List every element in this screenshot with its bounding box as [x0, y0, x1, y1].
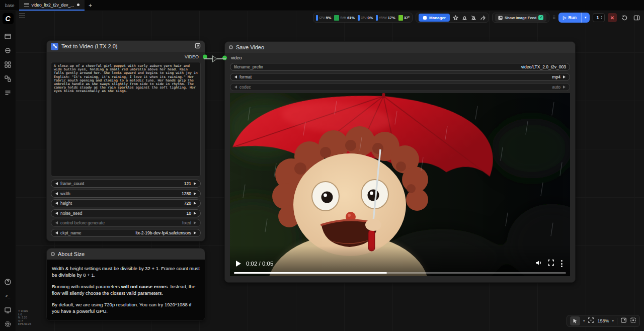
tab-active-label: video_ltx2_t2v_dev_... — [31, 3, 74, 8]
increment-icon[interactable] — [194, 231, 198, 234]
collapse-dot-icon[interactable] — [51, 252, 55, 256]
tab-base[interactable]: base — [0, 0, 19, 11]
history-button[interactable] — [620, 13, 629, 22]
collapse-dot-icon[interactable] — [229, 45, 233, 49]
widget-filename-prefix[interactable]: filename_prefix video/LTX_2.0_t2v_003 — [230, 63, 570, 71]
increment-icon[interactable] — [563, 86, 567, 89]
stepper-down-icon[interactable]: ▼ — [601, 18, 603, 20]
zoom-level[interactable]: 158% — [597, 318, 609, 323]
chevron-down-icon: ▾ — [585, 16, 587, 20]
new-workflow-button[interactable]: + — [85, 0, 96, 11]
widget-format[interactable]: format mp4 — [230, 73, 570, 81]
fullscreen-button[interactable] — [547, 259, 554, 268]
toolbar-grip-icon[interactable]: ⠿ — [552, 15, 555, 20]
run-button[interactable]: ▷ Run — [558, 15, 581, 20]
node-save-video-header[interactable]: Save Video — [225, 42, 575, 53]
widget-codec[interactable]: codec auto — [230, 83, 570, 91]
logs-icon — [4, 306, 12, 314]
tab-menu-icon[interactable] — [24, 3, 29, 7]
show-image-feed-button[interactable]: Show Image Feed ✓ — [495, 14, 546, 22]
increment-icon[interactable] — [194, 212, 198, 215]
decrement-icon[interactable] — [54, 182, 58, 185]
increment-icon[interactable] — [194, 192, 198, 195]
workflow-gallery-button[interactable] — [453, 15, 459, 21]
decrement-icon[interactable] — [233, 86, 237, 89]
decrement-icon[interactable] — [54, 202, 58, 205]
batch-count-input[interactable]: 1 ▲ ▼ — [593, 13, 605, 22]
clear-queue-button[interactable]: ✕ — [608, 13, 617, 22]
increment-icon[interactable] — [563, 75, 567, 78]
minimap-button[interactable] — [620, 316, 627, 325]
focus-mode-button[interactable] — [630, 316, 636, 325]
perf-line: N: 2.20 — [18, 316, 31, 319]
widget-ckpt-name[interactable]: ckpt_name ltx-2-19b-dev-fp4.safetensors — [51, 229, 201, 237]
sidebar-item-terminal[interactable]: >_ — [3, 290, 14, 301]
widget-frame-count[interactable]: frame_count 121 — [51, 180, 201, 188]
sidebar-item-settings[interactable] — [3, 318, 14, 329]
video-preview[interactable]: 0:02 / 0:05 — [230, 93, 570, 276]
manager-button[interactable]: Manager — [419, 14, 450, 22]
increment-icon[interactable] — [194, 221, 198, 224]
toggle-panel-button[interactable] — [632, 13, 641, 22]
mute-notifications-button[interactable] — [471, 15, 477, 21]
video-menu-button[interactable] — [559, 260, 564, 267]
note-paragraph-1: Width & height settings must be divisibl… — [52, 265, 200, 278]
increment-icon[interactable] — [194, 202, 198, 205]
tab-active-workflow[interactable]: video_ltx2_t2v_dev_... — [19, 0, 85, 11]
stat-cpu: CPU 5% — [316, 15, 331, 21]
widget-label: format — [239, 74, 549, 79]
sidebar-item-models[interactable] — [3, 59, 14, 70]
decrement-icon[interactable] — [54, 231, 58, 234]
widget-height[interactable]: height 720 — [51, 199, 201, 207]
canvas-menu-icon[interactable] — [19, 14, 25, 18]
node-about-size-header[interactable]: About Size — [47, 249, 205, 260]
volume-button[interactable] — [535, 259, 542, 269]
run-options-button[interactable]: ▾ — [581, 13, 590, 23]
pointer-tool-chevron-icon[interactable]: ▾ — [583, 319, 585, 323]
sidebar-item-workflows[interactable] — [3, 31, 14, 42]
widget-noise-seed[interactable]: noise_seed 10 — [51, 209, 201, 217]
decrement-icon[interactable] — [233, 75, 237, 78]
fit-view-button[interactable] — [588, 316, 594, 325]
pointer-tool-button[interactable] — [570, 316, 580, 325]
sidebar-item-queue[interactable] — [3, 87, 14, 98]
image-icon — [498, 16, 503, 20]
open-subgraph-button[interactable] — [195, 42, 201, 51]
node-text-to-video[interactable]: Text to Video (LTX 2.0) VIDEO A close-up… — [46, 40, 205, 241]
sidebar-item-assets[interactable] — [3, 45, 14, 56]
widget-label: height — [60, 201, 182, 206]
node-save-video[interactable]: Save Video video filename_prefix video/L… — [224, 41, 576, 283]
widget-width[interactable]: width 1280 — [51, 190, 201, 198]
perf-line: V: 7 — [18, 319, 31, 323]
increment-icon[interactable] — [194, 182, 198, 185]
sidebar-item-help[interactable] — [3, 276, 14, 287]
node-about-size-note[interactable]: About Size Width & height settings must … — [46, 248, 205, 321]
decrement-icon[interactable] — [54, 212, 58, 215]
workflow-tab-bar: base video_ltx2_t2v_dev_... + — [0, 0, 644, 11]
share-button[interactable] — [480, 15, 486, 21]
batch-count-stepper[interactable]: ▲ ▼ — [601, 16, 603, 20]
settings-gear-icon — [4, 320, 12, 328]
widget-control-before-generate[interactable]: control before generate fixed — [51, 219, 201, 227]
prompt-textarea[interactable]: A close-up of a cheerful girl puppet wit… — [51, 62, 201, 177]
video-controls: 0:02 / 0:05 — [230, 258, 570, 269]
temp-bar-icon — [398, 15, 403, 21]
node-text-to-video-header[interactable]: Text to Video (LTX 2.0) — [47, 41, 205, 52]
widget-value: mp4 — [552, 74, 560, 79]
image-feed-toggle[interactable]: ✓ — [538, 15, 543, 20]
focus-mode-icon — [630, 317, 636, 323]
widget-value: auto — [552, 85, 560, 90]
video-progress-bar[interactable] — [234, 272, 566, 274]
widget-value: 10 — [187, 211, 191, 216]
play-icon[interactable] — [236, 261, 241, 267]
sidebar-item-logs[interactable] — [3, 304, 14, 315]
input-slot-video: video — [225, 53, 575, 63]
widget-label: control before generate — [60, 220, 180, 225]
decrement-icon[interactable] — [54, 192, 58, 195]
notifications-button[interactable] — [462, 15, 468, 21]
input-port-video[interactable] — [222, 56, 227, 60]
sidebar-item-nodes[interactable] — [3, 73, 14, 84]
fit-view-icon — [588, 317, 594, 323]
decrement-icon[interactable] — [54, 221, 58, 224]
zoom-chevron-icon[interactable]: ▾ — [612, 319, 614, 323]
